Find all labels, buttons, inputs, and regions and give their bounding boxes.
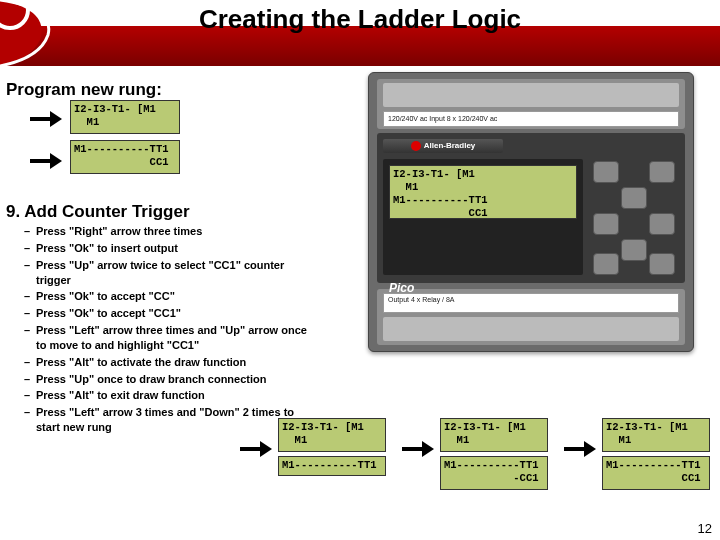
lcd-rung1-top: I2-I3-T1- [M1 M1 bbox=[70, 100, 180, 134]
plc-top-terminals: 120/240V ac Input 8 x 120/240V ac bbox=[377, 79, 685, 129]
plc-key-del[interactable] bbox=[593, 161, 619, 183]
lcd-seq1-bottom: M1----------TT1 bbox=[278, 456, 386, 476]
section-add-counter-trigger: 9. Add Counter Trigger bbox=[6, 202, 190, 222]
lcd-row: M1----------TT1 bbox=[74, 143, 176, 156]
plc-bottom-terminals: Output 4 x Relay / 8A bbox=[377, 289, 685, 345]
input-label-strip: 120/240V ac Input 8 x 120/240V ac bbox=[383, 111, 679, 127]
lcd-row: M1 bbox=[444, 434, 544, 447]
step-item: Press "Right" arrow three times bbox=[24, 224, 312, 239]
step-item: Press "Left" arrow 3 times and "Down" 2 … bbox=[24, 405, 312, 435]
plc-keypad bbox=[589, 159, 679, 275]
lcd-rung1-bottom: M1----------TT1 CC1 bbox=[70, 140, 180, 174]
lcd-row: M1 bbox=[606, 434, 706, 447]
product-label: Pico bbox=[389, 281, 414, 295]
step-item: Press "Ok" to insert output bbox=[24, 241, 312, 256]
lcd-row: M1----------TT1 bbox=[444, 459, 544, 472]
lcd-row: -CC1 bbox=[444, 472, 544, 485]
arrow-icon bbox=[30, 110, 64, 128]
plc-mid-panel: Allen-Bradley I2-I3-T1- [M1 M1 M1-------… bbox=[377, 133, 685, 283]
brand-text: Allen-Bradley bbox=[424, 141, 476, 150]
lcd-row: M1 bbox=[393, 181, 573, 194]
lcd-row: CC1 bbox=[393, 207, 573, 220]
lcd-row: CC1 bbox=[606, 472, 706, 485]
lcd-seq3-top: I2-I3-T1- [M1 M1 bbox=[602, 418, 710, 452]
lcd-row: I2-I3-T1- [M1 bbox=[74, 103, 176, 116]
plc-key-ok[interactable] bbox=[649, 253, 675, 275]
terminal-row bbox=[383, 83, 679, 107]
step-item: Press "Alt" to exit draw function bbox=[24, 388, 312, 403]
plc-key-alt[interactable] bbox=[649, 161, 675, 183]
arrow-icon bbox=[402, 440, 436, 458]
plc-key-right[interactable] bbox=[649, 213, 675, 235]
plc-lcd-slot: I2-I3-T1- [M1 M1 M1----------TT1 CC1 bbox=[383, 159, 583, 275]
lcd-row: M1 bbox=[74, 116, 176, 129]
lcd-row: I2-I3-T1- [M1 bbox=[282, 421, 382, 434]
step-item: Press "Up" once to draw branch connectio… bbox=[24, 372, 312, 387]
step-item: Press "Ok" to accept "CC" bbox=[24, 289, 312, 304]
lcd-seq3-bottom: M1----------TT1 CC1 bbox=[602, 456, 710, 490]
plc-main-lcd: I2-I3-T1- [M1 M1 M1----------TT1 CC1 bbox=[389, 165, 577, 219]
lcd-row: M1----------TT1 bbox=[606, 459, 706, 472]
plc-key-down[interactable] bbox=[621, 239, 647, 261]
plc-device: 120/240V ac Input 8 x 120/240V ac Allen-… bbox=[368, 72, 694, 352]
plc-key-up[interactable] bbox=[621, 187, 647, 209]
lcd-row: M1----------TT1 bbox=[393, 194, 573, 207]
lcd-row: M1----------TT1 bbox=[282, 459, 382, 472]
ab-logo-icon bbox=[411, 141, 421, 151]
lcd-row: I2-I3-T1- [M1 bbox=[444, 421, 544, 434]
step-item: Press "Ok" to accept "CC1" bbox=[24, 306, 312, 321]
steps-list: Press "Right" arrow three times Press "O… bbox=[24, 224, 312, 437]
lcd-seq2-top: I2-I3-T1- [M1 M1 bbox=[440, 418, 548, 452]
page-number: 12 bbox=[698, 521, 712, 536]
lcd-seq1-top: I2-I3-T1- [M1 M1 bbox=[278, 418, 386, 452]
lcd-seq2-bottom: M1----------TT1 -CC1 bbox=[440, 456, 548, 490]
plc-key-left[interactable] bbox=[593, 213, 619, 235]
lcd-row: CC1 bbox=[74, 156, 176, 169]
brand-badge: Allen-Bradley bbox=[383, 139, 503, 153]
lcd-row: M1 bbox=[282, 434, 382, 447]
terminal-row bbox=[383, 317, 679, 341]
output-label-strip: Output 4 x Relay / 8A bbox=[383, 293, 679, 313]
page-title: Creating the Ladder Logic bbox=[0, 4, 720, 35]
lcd-row: I2-I3-T1- [M1 bbox=[393, 168, 573, 181]
step-item: Press "Left" arrow three times and "Up" … bbox=[24, 323, 312, 353]
arrow-icon bbox=[564, 440, 598, 458]
lcd-row: I2-I3-T1- [M1 bbox=[606, 421, 706, 434]
step-item: Press "Up" arrow twice to select "CC1" c… bbox=[24, 258, 312, 288]
step-item: Press "Alt" to activate the draw functio… bbox=[24, 355, 312, 370]
arrow-icon bbox=[240, 440, 274, 458]
slide-header: Creating the Ladder Logic bbox=[0, 0, 720, 66]
section-program-new-rung: Program new rung: bbox=[6, 80, 162, 100]
arrow-icon bbox=[30, 152, 64, 170]
plc-key-esc[interactable] bbox=[593, 253, 619, 275]
